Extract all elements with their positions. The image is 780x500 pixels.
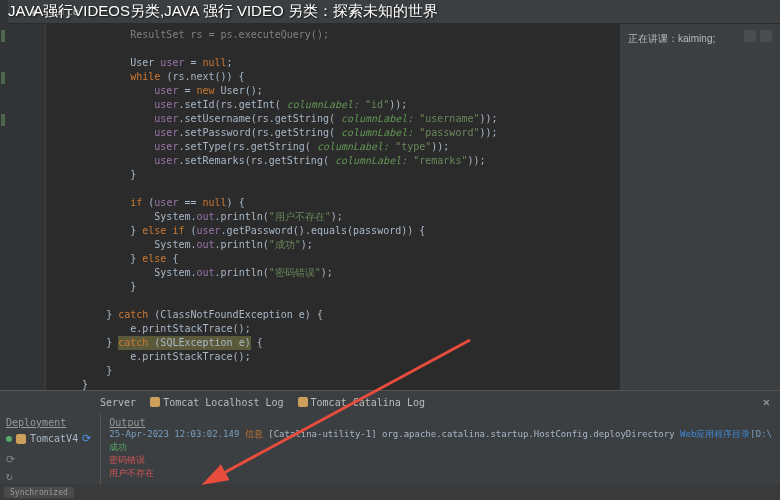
server-tab[interactable]: Server	[100, 397, 136, 408]
log-line: 25-Apr-2023 12:03:02.149 信息 [Catalina-ut…	[109, 428, 772, 441]
run-panel: Server Tomcat Localhost Log Tomcat Catal…	[0, 390, 780, 484]
deploy-action-icon[interactable]: ↻	[6, 470, 94, 483]
status-bar: Synchronized	[0, 484, 780, 500]
log-line: 成功	[109, 441, 772, 454]
restart-icon[interactable]: ⟳	[82, 432, 91, 445]
close-icon[interactable]: ✕	[763, 395, 770, 409]
tomcat-icon	[150, 397, 160, 407]
title-overlay: JAVA强行VIDEOS另类,JAVA 强行 VIDEO 另类：探索未知的世界	[8, 2, 772, 21]
output-section: Output 25-Apr-2023 12:03:02.149 信息 [Cata…	[101, 413, 780, 485]
tomcat-icon	[16, 434, 26, 444]
local-log-tab[interactable]: Tomcat Localhost Log	[150, 397, 283, 408]
deploy-action-icon[interactable]: ⟳	[6, 453, 94, 466]
log-line: 用户不存在	[109, 467, 772, 480]
deployment-header: Deployment	[6, 417, 94, 428]
deployment-section: Deployment TomcatV4 ⟳ ⟳ ↻	[0, 413, 101, 485]
sync-badge: Synchronized	[4, 487, 74, 498]
log-line: 密码错误	[109, 454, 772, 467]
code-editor[interactable]: ResultSet rs = ps.executeQuery(); User u…	[46, 24, 620, 390]
line-gutter	[8, 24, 46, 414]
deployment-item[interactable]: TomcatV4 ⟳	[6, 432, 94, 445]
side-chip[interactable]	[760, 30, 772, 42]
side-chip[interactable]	[744, 30, 756, 42]
output-header: Output	[109, 417, 772, 428]
tomcat-icon	[298, 397, 308, 407]
catalina-log-tab[interactable]: Tomcat Catalina Log	[298, 397, 425, 408]
status-dot-icon	[6, 436, 12, 442]
